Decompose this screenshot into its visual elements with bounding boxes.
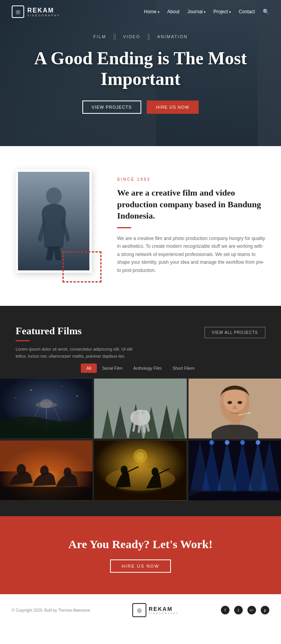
nav-project[interactable]: Project (213, 9, 231, 14)
svg-point-10 (15, 398, 16, 399)
films-desc: Lorem ipsum dolor sit amet, consectetur … (16, 346, 140, 360)
about-red-line (117, 227, 131, 228)
hire-us-cta-button[interactable]: HIRE US NOW (110, 559, 171, 573)
film-item-4[interactable] (0, 440, 92, 501)
svg-line-21 (133, 424, 135, 431)
films-grid (0, 378, 281, 501)
film-thumb-5 (94, 440, 187, 501)
filter-tabs: All Serial Film Anthology Film Short Fil… (0, 363, 281, 373)
logo-icon: ◎ (12, 5, 24, 18)
hero-cat-animation: ANIMATION (157, 34, 188, 39)
hero-cat-video: VIDEO (123, 34, 140, 39)
facebook-icon[interactable]: f (221, 606, 229, 614)
about-dashed-box (62, 251, 101, 282)
svg-rect-36 (0, 487, 92, 501)
footer-brand-name: REKAM (149, 606, 179, 612)
films-red-line (16, 340, 30, 341)
filter-tab-serial[interactable]: Serial Film (97, 363, 128, 373)
footer-logo: ◎ REKAM VIDEOGRAPHY (132, 603, 179, 617)
footer-socials: f t G+ p (221, 606, 269, 614)
svg-point-49 (137, 452, 144, 460)
about-image-wrap (16, 169, 101, 282)
svg-point-39 (64, 468, 71, 477)
hero-content: FILM || VIDEO || ANIMATION A Good Ending… (0, 32, 281, 114)
view-projects-button[interactable]: VIEW PROJECTS (82, 101, 141, 114)
film-thumb-6 (189, 440, 281, 501)
film-item-6[interactable] (189, 440, 281, 501)
about-section: SINCE 1993 We are a creative film and vi… (0, 146, 281, 306)
googleplus-icon[interactable]: G+ (247, 606, 256, 614)
hero-buttons: VIEW PROJECTS HIRE US NOW (0, 101, 281, 114)
svg-point-9 (76, 395, 78, 397)
svg-point-44 (121, 466, 128, 474)
svg-point-7 (30, 390, 32, 391)
svg-point-38 (40, 466, 49, 476)
film-item-2[interactable] (94, 378, 187, 439)
nav-links: Home About Journal Project Contact 🔍 (144, 9, 269, 15)
film-thumb-1 (0, 378, 92, 439)
footer-logo-icon: ◎ (132, 603, 146, 617)
nav-home[interactable]: Home (144, 9, 160, 14)
hire-us-hero-button[interactable]: HIRE US NOW (147, 101, 199, 114)
svg-line-24 (148, 424, 149, 431)
twitter-icon[interactable]: t (234, 606, 243, 614)
svg-point-8 (61, 386, 62, 387)
film-item-1[interactable] (0, 378, 92, 439)
film-thumb-2 (94, 378, 187, 439)
film-thumb-4 (0, 440, 92, 501)
svg-point-3 (40, 399, 53, 408)
filter-tab-anthology[interactable]: Anthology Film (128, 363, 167, 373)
view-all-projects-button[interactable]: VIEW ALL PROJECTS (205, 327, 265, 338)
film-thumb-3 (189, 378, 281, 439)
brand-name: REKAM (27, 7, 54, 14)
about-body: We are a creative film and photo product… (117, 235, 265, 274)
about-text: SINCE 1993 We are a creative film and vi… (117, 169, 265, 274)
cta-section: Are You Ready? Let's Work! HIRE US NOW (0, 516, 281, 594)
nav-about[interactable]: About (167, 9, 180, 14)
hero-categories: FILM || VIDEO || ANIMATION (0, 32, 281, 41)
person-silhouette (34, 182, 73, 260)
svg-point-57 (209, 440, 214, 445)
svg-point-0 (46, 187, 62, 205)
nav-journal[interactable]: Journal (187, 9, 206, 14)
svg-rect-33 (247, 413, 251, 414)
since-label: SINCE 1993 (117, 177, 265, 182)
pinterest-icon[interactable]: p (261, 606, 269, 614)
search-icon[interactable]: 🔍 (263, 9, 269, 15)
svg-point-59 (240, 440, 245, 445)
cta-title: Are You Ready? Let's Work! (68, 538, 212, 551)
film-item-3[interactable] (189, 378, 281, 439)
hero-cat-film: FILM (93, 34, 106, 39)
footer-copyright: © Copyright 2020. Built by Themes Awesom… (12, 608, 90, 612)
svg-point-46 (152, 468, 159, 476)
hero-title: A Good Ending is The Most Important (0, 48, 281, 90)
films-title: Featured Films (16, 325, 140, 337)
svg-point-37 (17, 464, 26, 475)
svg-point-60 (256, 440, 260, 445)
hero-sep-2: || (148, 32, 150, 41)
films-header: Featured Films Lorem ipsum dolor sit ame… (0, 325, 281, 360)
hero-sep-1: || (113, 32, 116, 41)
svg-point-30 (237, 401, 242, 404)
films-title-wrap: Featured Films Lorem ipsum dolor sit ame… (16, 325, 140, 360)
filter-tab-all[interactable]: All (81, 363, 96, 373)
films-section: Featured Films Lorem ipsum dolor sit ame… (0, 306, 281, 516)
logo[interactable]: ◎ REKAM VIDEOGRAPHY (12, 5, 60, 18)
brand-sub: VIDEOGRAPHY (27, 14, 60, 17)
filter-tab-short[interactable]: Short Filem (167, 363, 200, 373)
svg-point-19 (136, 411, 139, 415)
svg-line-22 (139, 425, 140, 432)
about-heading: We are a creative film and video product… (117, 187, 265, 222)
svg-point-29 (228, 401, 232, 404)
svg-point-58 (225, 440, 229, 445)
svg-point-20 (142, 411, 145, 415)
svg-line-23 (144, 425, 144, 432)
footer-brand-sub: VIDEOGRAPHY (149, 612, 179, 614)
navbar: ◎ REKAM VIDEOGRAPHY Home About Journal P… (0, 0, 281, 23)
film-item-5[interactable] (94, 440, 187, 501)
footer: © Copyright 2020. Built by Themes Awesom… (0, 594, 281, 626)
nav-contact[interactable]: Contact (239, 9, 255, 14)
